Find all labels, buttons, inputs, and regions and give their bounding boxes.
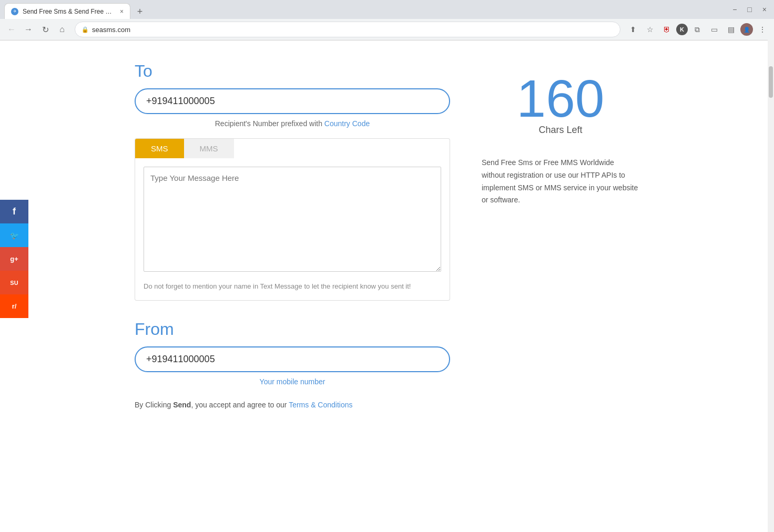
lock-icon: 🔒	[82, 26, 89, 33]
browser-chrome: ✈ Send Free Sms & Send Free MM × + − □ ×…	[0, 0, 774, 40]
twitter-share-button[interactable]: 🐦	[0, 223, 28, 247]
terms-middle: , you accept and agree to our	[191, 401, 289, 409]
chars-left-count: 160	[482, 72, 639, 125]
kaspersky-icon[interactable]: ⛨	[659, 22, 674, 37]
terms-prefix: By Clicking	[135, 401, 173, 409]
tab-favicon: ✈	[11, 8, 18, 15]
page-content: To Recipient's Number prefixed with Coun…	[72, 40, 702, 441]
to-hint-prefix: Recipient's Number prefixed with	[215, 119, 324, 128]
from-label: From	[135, 320, 450, 339]
message-textarea[interactable]	[144, 167, 441, 272]
toolbar-icons: ⬆ ☆ ⛨ K ⧉ ▭ ▤ 👤 ⋮	[626, 22, 770, 37]
chars-left-label: Chars Left	[482, 125, 639, 136]
from-input-wrapper	[135, 346, 450, 372]
tab-close-btn[interactable]: ×	[120, 8, 124, 15]
to-phone-input[interactable]	[146, 96, 439, 107]
browser-title-bar: ✈ Send Free Sms & Send Free MM × + − □ ×	[0, 0, 774, 19]
browser-toolbar: ← → ↻ ⌂ 🔒 seasms.com ⬆ ☆ ⛨ K ⧉ ▭ ▤ 👤 ⋮	[0, 19, 774, 40]
googleplus-icon: g+	[10, 255, 18, 263]
left-panel: To Recipient's Number prefixed with Coun…	[135, 62, 450, 409]
mms-tab[interactable]: MMS	[184, 139, 234, 158]
from-phone-input[interactable]	[146, 354, 439, 365]
minimize-button[interactable]: −	[729, 4, 740, 15]
twitter-icon: 🐦	[10, 231, 19, 240]
address-bar[interactable]: 🔒 seasms.com	[75, 22, 620, 37]
terms-text: By Clicking Send, you accept and agree t…	[135, 401, 450, 409]
reddit-share-button[interactable]: r/	[0, 294, 28, 318]
terms-link[interactable]: Terms & Conditions	[289, 401, 352, 409]
browser-tabs: ✈ Send Free Sms & Send Free MM × +	[4, 0, 147, 19]
tab-title: Send Free Sms & Send Free MM	[23, 8, 116, 15]
browser-tab-active[interactable]: ✈ Send Free Sms & Send Free MM ×	[4, 3, 130, 19]
facebook-icon: f	[13, 206, 16, 217]
sidebar-icon[interactable]: ▤	[724, 22, 738, 37]
forward-button[interactable]: →	[21, 22, 36, 37]
window-controls: − □ ×	[729, 4, 770, 15]
home-button[interactable]: ⌂	[55, 22, 69, 37]
message-note: Do not forget to mention your name in Te…	[144, 281, 441, 292]
from-section: From Your mobile number	[135, 320, 450, 386]
from-hint: Your mobile number	[135, 377, 450, 386]
social-sidebar: f 🐦 g+ SU r/	[0, 200, 28, 318]
promo-text: Send Free Sms or Free MMS Worldwide with…	[482, 157, 639, 207]
scrollbar[interactable]	[768, 40, 774, 441]
menu-icon[interactable]: ⋮	[755, 22, 770, 37]
cast-icon[interactable]: ▭	[707, 22, 721, 37]
bookmark-icon[interactable]: ☆	[643, 22, 657, 37]
facebook-share-button[interactable]: f	[0, 200, 28, 223]
scrollbar-thumb[interactable]	[769, 66, 773, 98]
to-hint: Recipient's Number prefixed with Country…	[135, 119, 450, 128]
close-button[interactable]: ×	[759, 4, 770, 15]
k-icon[interactable]: K	[676, 24, 688, 35]
to-label: To	[135, 62, 450, 81]
new-tab-button[interactable]: +	[133, 4, 147, 19]
profile-avatar[interactable]: 👤	[740, 23, 753, 36]
refresh-button[interactable]: ↻	[38, 22, 53, 37]
message-container: Do not forget to mention your name in Te…	[135, 158, 450, 301]
back-button[interactable]: ←	[4, 22, 19, 37]
address-text: seasms.com	[92, 26, 614, 34]
message-tabs: SMS MMS	[135, 138, 450, 158]
stumbleupon-icon: SU	[10, 280, 18, 286]
country-code-link[interactable]: Country Code	[324, 119, 370, 128]
to-input-wrapper	[135, 88, 450, 114]
reddit-icon: r/	[12, 302, 17, 310]
extensions-icon[interactable]: ⧉	[690, 22, 705, 37]
restore-button[interactable]: □	[744, 4, 755, 15]
terms-send: Send	[173, 401, 191, 409]
stumbleupon-share-button[interactable]: SU	[0, 271, 28, 294]
sms-tab[interactable]: SMS	[135, 139, 184, 158]
right-panel: 160 Chars Left Send Free Sms or Free MMS…	[482, 62, 639, 409]
share-icon[interactable]: ⬆	[626, 22, 640, 37]
googleplus-share-button[interactable]: g+	[0, 247, 28, 271]
